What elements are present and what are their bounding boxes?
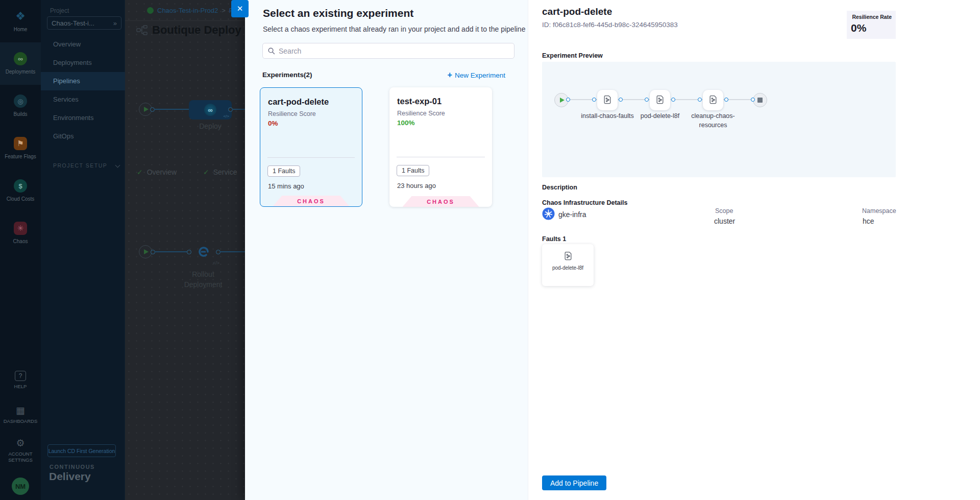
pipeline-title: Boutique Deploy — [152, 23, 241, 37]
kubernetes-icon — [542, 207, 555, 220]
step-node-cleanup-chaos-resources[interactable] — [703, 90, 723, 110]
connector-dot — [671, 98, 675, 102]
sidebar-item-feature-flags[interactable]: ⚑ Feature Flags — [0, 127, 41, 170]
rollout-deployment-icon[interactable] — [197, 245, 211, 259]
connector-dot — [619, 98, 623, 102]
play-icon — [144, 107, 149, 112]
cloud-costs-icon: $ — [14, 179, 27, 193]
module-sidebar: ❖ Home ∞ Deployments ◎ Builds ⚑ Feature … — [0, 0, 41, 500]
sidebar-item-dashboards[interactable]: ▦ DASHBOARDS — [0, 406, 41, 424]
fault-card-pod-delete-l8f[interactable]: pod-delete-l8f — [542, 244, 594, 286]
experiment-preview-label: Experiment Preview — [542, 52, 603, 59]
nav-item-overview[interactable]: Overview — [41, 35, 125, 54]
user-avatar[interactable]: NM — [12, 478, 29, 495]
builds-icon: ◎ — [14, 94, 27, 108]
project-nav-list: Overview Deployments Pipelines Services … — [41, 35, 125, 146]
experiment-name: cart-pod-delete — [268, 97, 354, 107]
stop-icon — [757, 98, 763, 103]
experiment-step-icon — [602, 94, 612, 105]
namespace-value: hce — [863, 217, 874, 225]
rollout-label-line1: Rollout — [178, 270, 229, 280]
close-icon: ✕ — [237, 4, 243, 13]
tab-service[interactable]: ✓ Service — [203, 168, 237, 176]
sidebar-item-label: Builds — [12, 111, 28, 117]
experiment-id: ID: f06c81c8-fef6-445d-b98c-324645950383 — [542, 21, 678, 29]
resilience-rate-value: 0% — [851, 22, 892, 34]
experiment-card-test-exp-01[interactable]: test-exp-01 Resilience Score 100% 1 Faul… — [389, 87, 492, 207]
faults-count-label: Faults 1 — [542, 235, 566, 243]
description-label: Description — [542, 184, 577, 191]
step-label: pod-delete-l8f — [632, 112, 688, 121]
chaos-brand-ribbon: CHAOS — [273, 196, 350, 206]
search-input[interactable] — [279, 47, 509, 55]
module-title: Delivery — [49, 470, 91, 483]
rollout-step-label: Rollout Deployment — [178, 270, 229, 290]
search-icon — [267, 47, 275, 55]
project-selector[interactable]: Chaos-Test-i... » — [47, 16, 121, 30]
sidebar-item-help[interactable]: ? HELP — [0, 371, 41, 390]
project-status-icon — [147, 7, 154, 14]
resilience-score-value: 100% — [397, 119, 484, 127]
sidebar-item-chaos[interactable]: ✳ Chaos — [0, 212, 41, 254]
connector-dot — [187, 250, 191, 254]
new-experiment-link[interactable]: + New Experiment — [448, 70, 505, 80]
sidebar-item-label: HELP — [14, 384, 27, 390]
nav-item-services[interactable]: Services — [41, 90, 125, 109]
play-icon — [144, 249, 149, 254]
close-button[interactable]: ✕ — [231, 0, 249, 17]
launch-cd-first-gen-button[interactable]: Launch CD First Generation — [47, 444, 116, 457]
experiment-modal: ✕ Select an existing experiment Select a… — [245, 0, 980, 500]
project-selector-value: Chaos-Test-i... — [52, 19, 113, 27]
nav-item-gitops[interactable]: GitOps — [41, 127, 125, 146]
nav-item-environments[interactable]: Environments — [41, 109, 125, 127]
faults-badge: 1 Faults — [267, 165, 300, 177]
connector-line — [232, 109, 245, 110]
sidebar-item-label: DASHBOARDS — [4, 418, 38, 424]
experiment-fault-icon — [563, 251, 573, 261]
chevron-double-right-icon: » — [113, 19, 117, 27]
scope-label: Scope — [715, 207, 733, 215]
pipeline-icon — [136, 25, 148, 36]
stage-node-deploy[interactable]: ∞ </> — [189, 100, 232, 120]
last-updated: 23 hours ago — [397, 182, 436, 189]
card-divider — [267, 157, 355, 158]
code-tag: </> — [223, 114, 229, 118]
step-label: install-chaos-faults — [579, 112, 635, 121]
chaos-icon: ✳ — [14, 222, 27, 235]
project-setup-label: PROJECT SETUP — [53, 162, 107, 169]
tab-label: Overview — [147, 168, 177, 176]
experiment-card-cart-pod-delete[interactable]: cart-pod-delete Resilience Score 0% 1 Fa… — [260, 87, 362, 207]
nav-item-pipelines[interactable]: Pipelines — [41, 72, 125, 90]
infra-details-label: Chaos Infrastructure Details — [542, 199, 627, 206]
home-icon: ❖ — [14, 10, 27, 23]
sidebar-item-label: Cloud Costs — [6, 196, 35, 202]
nav-item-deployments[interactable]: Deployments — [41, 54, 125, 72]
new-experiment-label: New Experiment — [455, 72, 505, 79]
sidebar-item-builds[interactable]: ◎ Builds — [0, 85, 41, 127]
sidebar-item-deployments[interactable]: ∞ Deployments — [0, 42, 41, 85]
project-setup-toggle[interactable]: PROJECT SETUP — [53, 162, 114, 169]
search-box — [262, 43, 514, 59]
connector-dot — [698, 98, 702, 102]
tab-overview[interactable]: ✓ Overview — [137, 168, 177, 176]
resilience-rate-label: Resilience Rate — [851, 14, 892, 20]
sidebar-item-label: Chaos — [12, 239, 29, 245]
chevron-down-icon — [115, 163, 120, 168]
connector-line — [155, 251, 187, 252]
sidebar-item-home[interactable]: ❖ Home — [0, 0, 41, 42]
modal-title: Select an existing experiment — [263, 7, 413, 19]
last-updated: 15 mins ago — [268, 182, 304, 190]
connector-dot — [724, 98, 728, 102]
connector-dot — [592, 98, 596, 102]
sidebar-item-account-settings[interactable]: ⚙ ACCOUNT SETTINGS — [0, 438, 41, 463]
preview-end-node — [753, 93, 767, 107]
step-node-install-chaos-faults[interactable] — [597, 90, 618, 110]
sidebar-item-label: ACCOUNT SETTINGS — [4, 451, 37, 463]
breadcrumb-project-link[interactable]: Chaos-Test-in-Prod2 — [157, 7, 218, 14]
help-icon: ? — [15, 371, 26, 381]
sidebar-item-label: Feature Flags — [4, 154, 37, 160]
step-label: cleanup-chaos-resources — [685, 112, 741, 130]
step-node-pod-delete-l8f[interactable] — [650, 90, 670, 110]
add-to-pipeline-button[interactable]: Add to Pipeline — [542, 475, 606, 490]
sidebar-item-cloud-costs[interactable]: $ Cloud Costs — [0, 170, 41, 212]
